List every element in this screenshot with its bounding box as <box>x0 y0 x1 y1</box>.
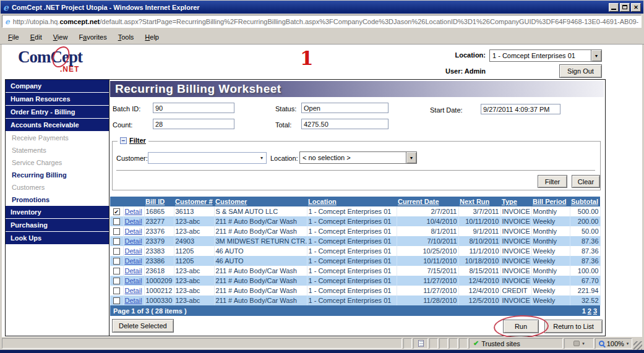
row-checkbox[interactable] <box>113 218 120 225</box>
row-checkbox[interactable] <box>113 297 120 304</box>
cell-select <box>110 286 123 296</box>
filter-legend: − Filter <box>118 137 148 144</box>
sign-out-button[interactable]: Sign Out <box>559 64 602 78</box>
clear-button[interactable]: Clear <box>572 175 600 188</box>
total-field[interactable] <box>301 119 389 129</box>
cell-type: INVOICE <box>500 256 531 266</box>
url-input[interactable]: e http://utopia.hq.comcept.net/default.a… <box>2 15 642 28</box>
menu-favorites[interactable]: Favorites <box>73 32 112 43</box>
sidebar-item-company[interactable]: Company <box>6 80 109 92</box>
security-zone-panel[interactable]: ✔ Trusted sites <box>469 338 563 349</box>
security-zone-label: Trusted sites <box>481 340 520 347</box>
status-field[interactable] <box>301 103 389 113</box>
resize-grip[interactable] <box>633 341 642 350</box>
table-row: Detail233831120546 AUTO1 - Comcept Enter… <box>110 246 600 256</box>
filter-separator <box>116 170 595 171</box>
sidebar-item-purchasing[interactable]: Purchasing <box>6 219 109 231</box>
browser-window: e ComCept .NET Project Utopia - Windows … <box>0 0 644 353</box>
cell-subtotal: 221.94 <box>570 286 600 296</box>
menu-edit[interactable]: Edit <box>25 32 48 43</box>
sidebar-item-look-ups[interactable]: Look Ups <box>6 232 109 244</box>
cell-detail: Detail <box>123 226 144 236</box>
col-location[interactable]: Location <box>307 197 397 206</box>
menu-tools[interactable]: Tools <box>113 32 140 43</box>
start-date-field[interactable] <box>481 104 560 114</box>
cell-next-run: 8/15/2011 <box>458 266 500 276</box>
cell-detail: Detail <box>123 246 144 256</box>
customer-filter-combo[interactable]: ▾ <box>148 152 267 164</box>
count-field[interactable] <box>153 119 234 129</box>
close-button[interactable]: ✕ <box>631 3 641 12</box>
col-type[interactable]: Type <box>500 197 531 206</box>
cell-location: 1 - Comcept Enterprises 01 <box>307 256 397 266</box>
run-button[interactable]: Run <box>503 320 539 333</box>
cell-location: 1 - Comcept Enterprises 01 <box>307 296 397 305</box>
status-panel <box>403 338 412 349</box>
sidebar-item-recurring-billing[interactable]: Recurring Billing <box>6 169 109 181</box>
chevron-down-icon[interactable]: ▾ <box>582 341 585 346</box>
row-checkbox[interactable] <box>113 238 120 245</box>
zoom-control[interactable]: 100% ▾ <box>595 338 632 349</box>
cell-subtotal: 87.36 <box>570 246 600 256</box>
sidebar-item-accounts-receivable[interactable]: Accounts Receivable <box>6 119 109 131</box>
col-bill-id[interactable]: Bill ID <box>144 197 174 206</box>
detail-link[interactable]: Detail <box>125 277 142 284</box>
col-next-run[interactable]: Next Run <box>458 197 500 206</box>
minimize-button[interactable] <box>609 3 619 12</box>
cell-customer: 211 # Auto Body/Car Wash <box>214 296 307 305</box>
return-to-list-button[interactable]: Return to List <box>544 320 603 333</box>
detail-link[interactable]: Detail <box>125 267 142 274</box>
filter-legend-text[interactable]: Filter <box>129 137 146 144</box>
chevron-down-icon[interactable]: ▼ <box>406 152 416 163</box>
row-checkbox[interactable] <box>113 268 120 274</box>
protected-mode-panel[interactable]: ▾ <box>564 338 594 349</box>
detail-link[interactable]: Detail <box>125 257 142 265</box>
location-dropdown[interactable]: 1 - Comcept Enterprises 01 ▼ <box>489 49 602 62</box>
detail-link[interactable]: Detail <box>125 297 142 304</box>
detail-link[interactable]: Detail <box>125 237 142 245</box>
cell-bill-id: 23277 <box>144 216 174 226</box>
menu-file[interactable]: File <box>2 32 25 43</box>
sidebar-item-inventory[interactable]: Inventory <box>6 206 109 218</box>
row-checkbox[interactable] <box>113 258 120 265</box>
row-checkbox[interactable] <box>113 278 120 284</box>
status-panel <box>459 338 468 349</box>
detail-link[interactable]: Detail <box>125 228 142 235</box>
sidebar-item-order-entry-billing[interactable]: Order Entry - Billing <box>6 106 109 118</box>
col-customer[interactable]: Customer <box>214 197 307 206</box>
collapse-icon[interactable]: − <box>120 137 127 144</box>
col-current-date[interactable]: Current Date <box>397 197 458 206</box>
menu-view[interactable]: View <box>48 32 74 43</box>
cell-type: INVOICE <box>500 216 531 226</box>
detail-link[interactable]: Detail <box>125 208 142 215</box>
chevron-down-icon[interactable]: ▾ <box>260 155 263 161</box>
sidebar-item-human-resources[interactable]: Human Resources <box>6 93 109 105</box>
row-checkbox[interactable]: ✔ <box>113 208 120 215</box>
page-link-3[interactable]: 3 <box>593 307 597 315</box>
location-filter-dropdown[interactable]: < no selection > ▼ <box>299 151 417 164</box>
filter-button[interactable]: Filter <box>538 175 567 188</box>
detail-link[interactable]: Detail <box>125 287 142 294</box>
cell-bill-period: Weekly <box>531 256 570 266</box>
chevron-down-icon[interactable]: ▼ <box>591 50 601 61</box>
delete-selected-button[interactable]: Delete Selected <box>112 319 174 333</box>
menu-help[interactable]: Help <box>139 32 165 43</box>
batch-id-field[interactable] <box>153 103 234 113</box>
chevron-down-icon[interactable]: ▾ <box>627 341 629 346</box>
sidebar-item-promotions[interactable]: Promotions <box>6 194 109 206</box>
page-link-2[interactable]: 2 <box>588 307 591 315</box>
col-bill-period[interactable]: Bill Period <box>531 197 570 206</box>
maximize-button[interactable] <box>620 3 630 12</box>
cell-detail: Detail <box>123 256 144 266</box>
location-label: Location: <box>395 51 486 59</box>
count-label: Count: <box>113 121 132 129</box>
cell-location: 1 - Comcept Enterprises 01 <box>307 266 397 276</box>
col-customer-no[interactable]: Customer # <box>174 197 214 206</box>
col-subtotal[interactable]: Subtotal <box>570 197 600 206</box>
detail-link[interactable]: Detail <box>125 247 142 255</box>
row-checkbox[interactable] <box>113 228 120 235</box>
detail-link[interactable]: Detail <box>125 218 142 225</box>
row-checkbox[interactable] <box>113 287 120 294</box>
row-checkbox[interactable] <box>113 248 120 255</box>
page-link-1[interactable]: 1 <box>582 307 586 315</box>
